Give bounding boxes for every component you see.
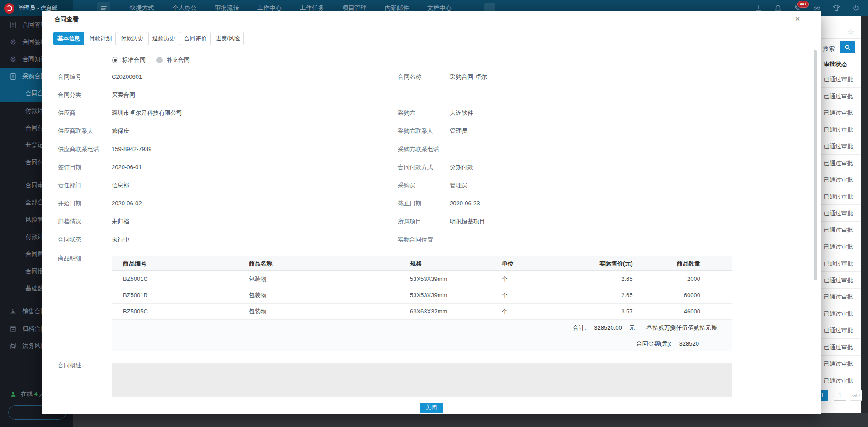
approval-status-cell: 已通过审批 [818, 71, 861, 88]
field-value: 采购合同-卓尔 [450, 68, 487, 86]
approval-status-cell: 已通过审批 [818, 339, 861, 356]
online-users: 在线 4 人 [10, 390, 45, 398]
search-label: 搜索 [823, 45, 835, 53]
field-value: 深圳市卓尔昇科技有限公司 [112, 104, 182, 122]
close-button[interactable]: 关闭 [420, 403, 443, 413]
cell-unit: 个 [502, 271, 565, 287]
field-value: 2020-06-02 [112, 195, 142, 213]
notification-badge: 99+ [797, 1, 809, 8]
tab-progress-risk[interactable]: 进度/风险 [212, 32, 244, 45]
archive-icon [9, 325, 17, 332]
cell-spec: 53X53X39mm [410, 271, 502, 287]
pagination-page-input[interactable]: 1 [834, 390, 846, 401]
approval-status-cell: 已通过审批 [818, 372, 861, 389]
approval-status-cell: 已通过审批 [818, 188, 861, 205]
close-icon[interactable]: × [792, 14, 803, 24]
form-row: 合同分类 买卖合同 [42, 86, 821, 104]
approval-status-cell: 已通过审批 [818, 272, 861, 289]
cell-quantity: 46000 [633, 304, 732, 320]
field-label: 签订日期 [58, 158, 81, 176]
total-capital-amount: 叁拾贰万捌仟伍佰贰拾元整 [646, 324, 717, 331]
cell-price: 2.65 [565, 271, 633, 287]
col-product-name: 商品名称 [249, 256, 410, 271]
field-value: 施保庆 [112, 122, 129, 140]
approval-status-cell: 已通过审批 [818, 356, 861, 372]
panel-divider [821, 38, 861, 39]
cell-spec: 53X53X39mm [410, 287, 502, 304]
tab-payment-plan[interactable]: 付款计划 [85, 32, 116, 45]
radio-supplement-contract[interactable] [156, 57, 163, 63]
field-value: 2020-06-23 [450, 195, 480, 213]
field-value: 执行中 [112, 231, 129, 249]
form-row: 归档情况 未归档 所属项目 明讯恒基项目 [42, 213, 821, 231]
approval-status-list: 已通过审批已通过审批已通过审批已通过审批已通过审批已通过审批已通过审批已通过审批… [818, 71, 861, 389]
contract-overview-textarea[interactable] [112, 363, 732, 397]
product-table-header: 商品编号 商品名称 规格 单位 实际售价(元) 商品数量 [112, 256, 732, 271]
document-icon [9, 73, 17, 80]
field-label: 所属项目 [398, 213, 421, 231]
contract-amount-label: 合同金额(元): [637, 340, 671, 347]
product-row: BZ5001C 包装物 53X53X39mm 个 2.65 2000 [112, 271, 732, 287]
approval-status-cell: 已通过审批 [818, 222, 861, 238]
cell-product-name: 包装物 [249, 304, 410, 320]
col-price: 实际售价(元) [565, 256, 633, 271]
gear-icon [9, 56, 17, 63]
radio-standard-contract[interactable] [112, 57, 118, 63]
field-label: 合同付款方式 [398, 158, 433, 176]
field-value: 明讯恒基项目 [450, 213, 485, 231]
field-label: 截止日期 [398, 195, 421, 213]
approval-status-cell: 已通过审批 [818, 289, 861, 305]
contract-amount-row: 合同金额(元): 328520 [112, 336, 732, 351]
tab-basic-info[interactable]: 基本信息 [53, 32, 84, 45]
modal-scrollbar-thumb[interactable] [814, 50, 817, 280]
tab-contract-review[interactable]: 合同评价 [180, 32, 211, 45]
form-row: 合同状态 执行中 实物合同位置 [42, 231, 821, 249]
cell-product-code: BZ5005C [112, 304, 249, 320]
window-scrollbar-track[interactable] [861, 16, 868, 427]
approval-status-cell: 已通过审批 [818, 322, 861, 339]
approval-status-cell: 已通过审批 [818, 255, 861, 272]
tab-refund-history[interactable]: 退款历史 [148, 32, 179, 45]
field-label: 采购方 [398, 104, 415, 122]
search-icon [844, 44, 851, 51]
form-row: 供应商联系电话 159-8942-7939 采购方联系电话 [42, 140, 821, 158]
form-row: 开始日期 2020-06-02 截止日期 2020-06-23 [42, 195, 821, 213]
tab-payment-history[interactable]: 付款历史 [117, 32, 147, 45]
cell-unit: 个 [502, 287, 565, 304]
product-table: 商品编号 商品名称 规格 单位 实际售价(元) 商品数量 BZ5001C 包装物… [112, 256, 732, 351]
logo-icon [4, 3, 14, 14]
form-row: 供应商 深圳市卓尔昇科技有限公司 采购方 大连软件 [42, 104, 821, 122]
cell-unit: 个 [502, 304, 565, 320]
cell-product-name: 包装物 [249, 271, 410, 287]
field-value: 2020-06-01 [112, 158, 142, 176]
field-value: 分期付款 [450, 158, 473, 176]
field-label: 责任部门 [58, 176, 81, 195]
form-row: 签订日期 2020-06-01 合同付款方式 分期付款 [42, 158, 821, 176]
star-icon[interactable]: ☆ [847, 28, 854, 37]
cell-product-name: 包装物 [249, 287, 410, 304]
contract-overview-label: 合同概述 [58, 356, 81, 375]
power-icon[interactable] [852, 4, 860, 12]
modal-footer-divider [42, 400, 821, 400]
product-detail-label: 商品明细 [58, 249, 81, 267]
total-row: 合计: 328520.00 元 叁拾贰万捌仟伍佰贰拾元整 [112, 320, 732, 336]
approval-status-cell: 已通过审批 [818, 155, 861, 171]
search-button[interactable] [840, 41, 855, 53]
file-icon [9, 342, 17, 350]
total-unit: 元 [629, 324, 635, 331]
field-value: 管理员 [450, 122, 467, 140]
field-label: 供应商联系人 [58, 122, 93, 140]
product-row: BZ5001R 包装物 53X53X39mm 个 2.65 60000 [112, 287, 732, 304]
field-value: C20200601 [112, 68, 142, 86]
product-row: BZ5005C 包装物 63X63X32mm 个 3.57 46000 [112, 304, 732, 320]
person-icon [9, 308, 17, 315]
field-value: 信息部 [112, 176, 129, 195]
pagination-go-button[interactable]: GO [850, 390, 862, 401]
approval-status-header: 审批状态 [818, 59, 861, 71]
field-label: 合同分类 [58, 86, 81, 104]
approval-status-cell: 已通过审批 [818, 138, 861, 155]
cell-quantity: 60000 [633, 287, 732, 304]
cell-product-code: BZ5001C [112, 271, 249, 287]
shirt-icon[interactable] [832, 4, 840, 12]
field-label: 供应商联系电话 [58, 140, 99, 158]
